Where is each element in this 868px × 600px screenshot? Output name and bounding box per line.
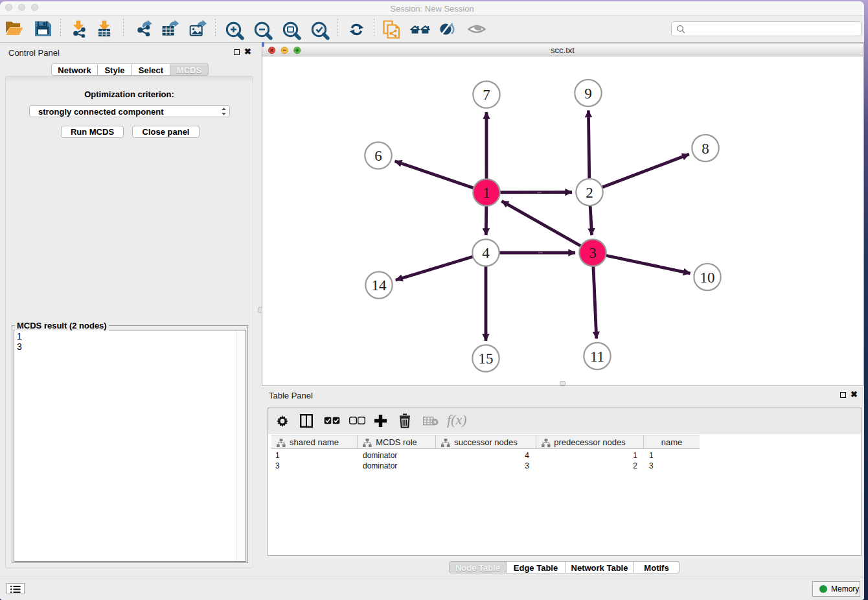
svg-text:3: 3 — [589, 245, 597, 261]
svg-text:7: 7 — [483, 87, 490, 103]
svg-text:15: 15 — [479, 351, 494, 367]
svg-text:9: 9 — [584, 86, 592, 102]
svg-text:6: 6 — [374, 148, 382, 164]
svg-text:10: 10 — [700, 270, 715, 286]
svg-text:2: 2 — [586, 185, 593, 201]
svg-text:14: 14 — [372, 277, 387, 294]
svg-text:1: 1 — [483, 185, 490, 201]
svg-text:8: 8 — [702, 141, 709, 157]
svg-text:4: 4 — [482, 245, 490, 261]
svg-text:11: 11 — [590, 349, 604, 365]
